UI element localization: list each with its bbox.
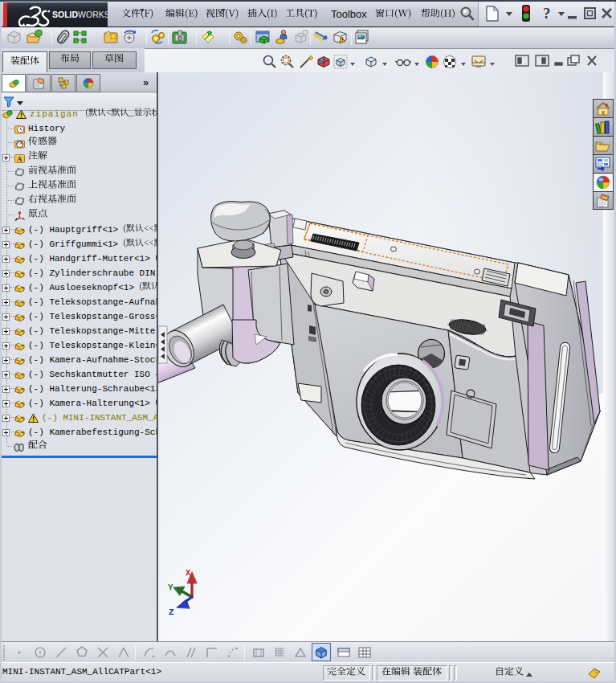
- svg-text:Y: Y: [168, 583, 173, 592]
- svg-text:?: ?: [543, 5, 551, 22]
- svg-text:X: X: [186, 568, 191, 578]
- svg-text:A: A: [17, 155, 22, 163]
- svg-text:Z: Z: [169, 607, 174, 617]
